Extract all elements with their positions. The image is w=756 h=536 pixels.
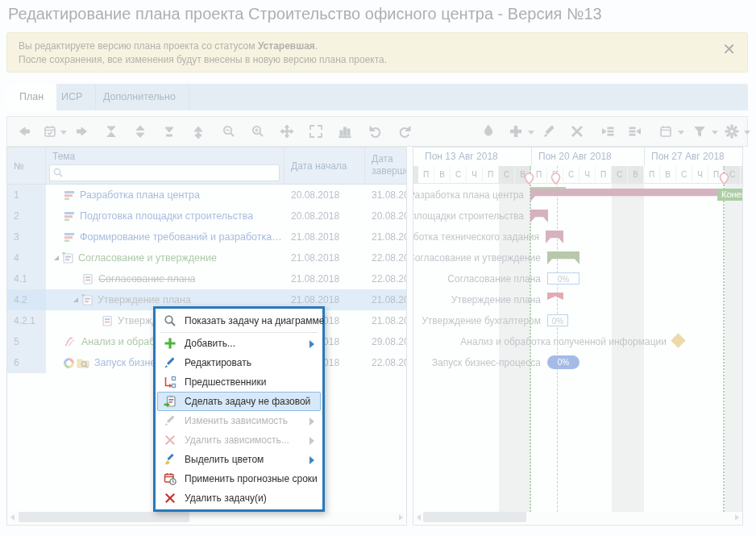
column-header-start[interactable]: Дата начала: [285, 148, 365, 185]
scroll-left-icon[interactable]: [417, 514, 421, 521]
menu-item-make-task-not-phase[interactable]: Сделать задачу не фазовой: [157, 392, 321, 411]
day-cell: В: [660, 166, 676, 184]
settings-button[interactable]: [725, 124, 741, 140]
column-header-finish[interactable]: Дата завершения: [365, 148, 407, 185]
calendar-caret-icon[interactable]: [678, 131, 684, 135]
indent-button[interactable]: [600, 124, 617, 140]
row-number: 4.2.1: [7, 310, 46, 331]
bar-label: Согласование плана: [447, 268, 541, 289]
milestone-pin-icon: [719, 172, 729, 185]
menu-item-delete-task[interactable]: Удалить задачу(и): [157, 488, 321, 508]
task-name-link[interactable]: Согласование и утверждение: [78, 247, 217, 268]
filter-button[interactable]: [692, 124, 708, 140]
menu-separator: [160, 332, 318, 333]
date-finish: 20.08.2018: [365, 206, 407, 226]
phase-bar[interactable]: [546, 231, 563, 243]
expand-all-button[interactable]: [133, 124, 149, 140]
milestone-diamond[interactable]: [671, 333, 685, 347]
pencil-gray-icon: [164, 414, 177, 427]
collapse-expander-icon[interactable]: [73, 297, 78, 302]
date-finish: 21.08.2018: [365, 226, 407, 247]
column-header-topic[interactable]: Тема: [46, 148, 285, 185]
fit-button[interactable]: [309, 124, 325, 140]
day-cell-weekend: С: [612, 166, 628, 184]
bar-label: Разработка плана центра: [413, 185, 524, 206]
outdent-button[interactable]: [628, 124, 644, 140]
day-cell: Ч: [692, 166, 708, 184]
delete-task-button[interactable]: [570, 124, 586, 140]
gantt-hscrollbar[interactable]: [415, 512, 741, 522]
zoom-in-button[interactable]: [251, 124, 267, 140]
scrollbar-thumb[interactable]: [423, 512, 526, 522]
phase-flag-marker[interactable]: [547, 293, 563, 306]
menu-item-change-dependency: Изменить зависимость: [157, 411, 321, 430]
business-process-bar[interactable]: 0%: [547, 355, 579, 369]
task-icon: [64, 232, 75, 243]
bar-label: Формирование требований и разработка тех…: [413, 226, 539, 247]
pan-button[interactable]: [280, 124, 296, 140]
topic-search-box[interactable]: [49, 164, 280, 181]
table-row[interactable]: 4 Согласование и утверждение 21.08.2018 …: [7, 247, 406, 268]
scroll-right-icon[interactable]: [399, 514, 403, 521]
scroll-left-icon[interactable]: [10, 514, 15, 521]
task-bar[interactable]: 0%: [547, 314, 568, 326]
row-number: 5: [7, 331, 46, 352]
task-name-link[interactable]: Разработка плана центра: [80, 185, 200, 206]
redo-button[interactable]: [397, 124, 413, 140]
menu-item-highlight-color[interactable]: Выделить цветом: [157, 450, 321, 469]
gantt-row: Согласование и утверждение: [413, 247, 742, 268]
menu-item-apply-forecast-dates[interactable]: Применить прогнозные сроки: [157, 469, 321, 488]
edit-task-button[interactable]: [542, 124, 559, 140]
add-task-button[interactable]: [509, 124, 525, 140]
collapse-level-button[interactable]: [162, 124, 178, 140]
menu-item-edit[interactable]: Редактировать: [157, 353, 321, 372]
scroll-right-icon[interactable]: [735, 514, 739, 521]
phase-bar[interactable]: [530, 189, 724, 202]
scrollbar-thumb[interactable]: [19, 512, 189, 522]
menu-item-predecessors[interactable]: Предшественники: [157, 372, 321, 392]
task-bar[interactable]: 0%: [547, 272, 579, 285]
search-icon: [52, 167, 64, 178]
back-button[interactable]: [17, 124, 33, 140]
table-row[interactable]: 3 Формирование требований и разработка т…: [7, 226, 406, 247]
menu-item-show-on-diagram[interactable]: Показать задачу на диаграмме: [157, 310, 321, 331]
phase-bar[interactable]: [530, 210, 548, 222]
phase-icon: [81, 294, 93, 305]
task-name-link[interactable]: Формирование требований и разработка тех…: [80, 226, 285, 247]
date-finish: 31.08.2018: [365, 185, 407, 206]
search-input[interactable]: [66, 165, 277, 181]
task-name-link[interactable]: Согласование плана: [98, 268, 195, 289]
undo-button[interactable]: [368, 124, 384, 140]
gantt-week-header: Пон 13 Авг 2018 Пон 20 Авг 2018 Пон 27 А…: [413, 148, 742, 166]
settings-caret-icon[interactable]: [744, 131, 750, 135]
table-row[interactable]: 1 Разработка плана центра 20.08.2018 31.…: [7, 185, 406, 206]
date-finish: 22.08.2018: [365, 247, 407, 268]
filter-caret-icon[interactable]: [712, 131, 718, 135]
forward-button[interactable]: [75, 124, 91, 140]
calendar-icon: [658, 124, 673, 139]
warning-line-2: После сохранения, все изменения будут вн…: [19, 54, 387, 65]
task-name-link[interactable]: Подготовка площадки строительства: [80, 206, 253, 226]
add-task-caret-icon[interactable]: [528, 131, 534, 135]
phase-bar[interactable]: [547, 251, 579, 264]
date-finish: 21.08.2018: [365, 289, 407, 310]
calendar-mode-button[interactable]: [43, 124, 59, 140]
table-row[interactable]: 2 Подготовка площадки строительства 20.0…: [7, 206, 406, 226]
collapse-expander-icon[interactable]: [54, 256, 59, 260]
zoom-out-button[interactable]: [222, 124, 238, 140]
column-header-num[interactable]: №: [7, 148, 46, 185]
tab-wbs[interactable]: ИСР: [48, 84, 96, 110]
calendar-mode-caret-icon[interactable]: [60, 131, 67, 135]
expand-level-button[interactable]: [191, 124, 207, 140]
calendar-button[interactable]: [658, 124, 675, 140]
menu-item-add[interactable]: Добавить...: [157, 334, 321, 353]
histogram-button[interactable]: [338, 124, 354, 140]
critical-path-button[interactable]: [481, 124, 497, 140]
table-row[interactable]: 4.1 Согласование плана 21.08.2018 22.08.…: [7, 268, 406, 289]
close-icon[interactable]: ✕: [722, 41, 736, 57]
collapse-all-button[interactable]: [104, 124, 120, 140]
table-hscrollbar[interactable]: [9, 512, 405, 522]
tab-additional[interactable]: Дополнительно: [90, 84, 189, 110]
pencil-icon: [164, 356, 177, 369]
calendar-mode-icon: [43, 124, 57, 139]
